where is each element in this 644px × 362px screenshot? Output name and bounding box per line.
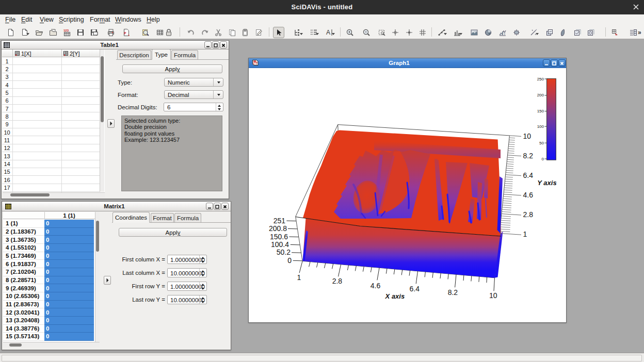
svg-text:6.4: 6.4	[523, 171, 534, 179]
svg-text:4.6: 4.6	[523, 191, 534, 199]
svg-text:50.2: 50.2	[277, 248, 291, 256]
svg-text:P: P	[124, 31, 126, 35]
svg-text:251: 251	[273, 217, 286, 225]
svg-text:6.4: 6.4	[410, 285, 420, 293]
svg-text:8.2: 8.2	[448, 288, 458, 297]
svg-text:100: 100	[537, 124, 544, 129]
svg-text:50: 50	[539, 141, 544, 145]
svg-text:1: 1	[297, 273, 301, 282]
svg-text:2.8: 2.8	[523, 210, 534, 219]
svg-text:250: 250	[537, 77, 544, 81]
svg-text:Y axis: Y axis	[537, 179, 556, 187]
svg-text:150.6: 150.6	[270, 233, 288, 241]
svg-text:123: 123	[63, 29, 69, 32]
svg-text:8.2: 8.2	[523, 152, 534, 160]
svg-text:1: 1	[523, 230, 527, 238]
svg-text:2.8: 2.8	[332, 277, 343, 285]
svg-text:X axis: X axis	[385, 292, 405, 300]
svg-text:200.8: 200.8	[269, 224, 287, 233]
svg-text:0: 0	[542, 157, 544, 161]
svg-text:200: 200	[537, 93, 544, 97]
svg-text:10: 10	[523, 132, 532, 140]
svg-text:A: A	[326, 29, 330, 36]
svg-text:100.4: 100.4	[271, 240, 289, 249]
svg-text:0: 0	[287, 256, 292, 265]
svg-text:10: 10	[489, 291, 497, 300]
svg-text:150: 150	[537, 109, 544, 113]
svg-text:4.6: 4.6	[371, 282, 381, 290]
